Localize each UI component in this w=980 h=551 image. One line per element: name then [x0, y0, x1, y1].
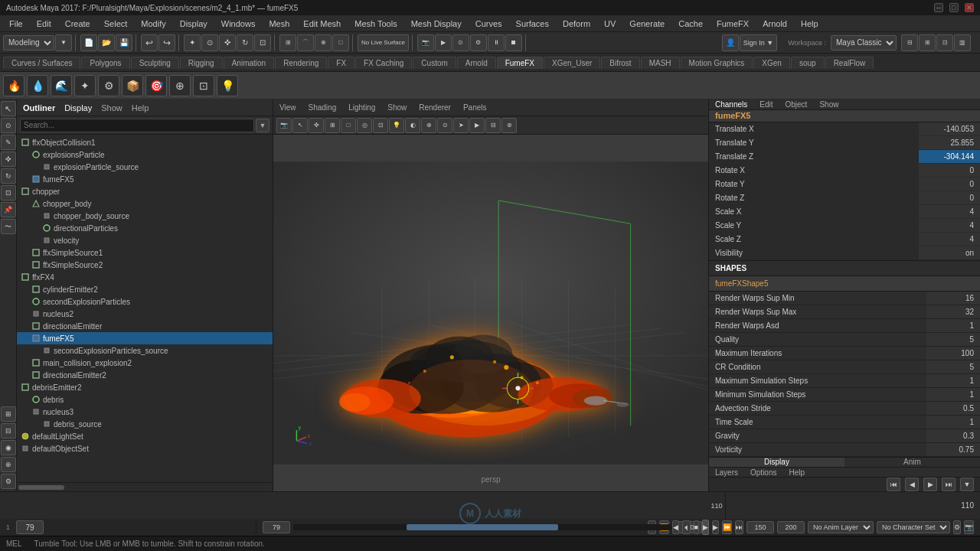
menu-cache[interactable]: Cache — [672, 18, 709, 30]
save-scene-btn[interactable]: 💾 — [116, 34, 132, 51]
viewport-canvas[interactable]: x y z persp — [273, 135, 708, 491]
move-tool-btn[interactable]: ✜ — [219, 34, 236, 51]
menu-mesh-display[interactable]: Mesh Display — [405, 18, 468, 30]
scroll-thumb[interactable] — [18, 485, 64, 490]
lasso-tool-btn[interactable]: ⊙ — [201, 34, 218, 51]
tree-item[interactable]: debris_source — [17, 418, 273, 430]
shapes-channel-value[interactable]: 1 — [926, 388, 980, 401]
outliner-tab-display[interactable]: Display — [64, 103, 92, 112]
vp-smooth-btn[interactable]: ◎ — [357, 118, 372, 133]
outliner-tab-help[interactable]: Help — [132, 103, 149, 112]
shelf-tab-curves[interactable]: Curves / Surfaces — [3, 57, 80, 69]
tree-item[interactable]: directionalEmitter2 — [17, 369, 273, 381]
vp-camera-btn[interactable]: 📷 — [276, 118, 292, 133]
channel-row[interactable]: Rotate X0 — [709, 164, 980, 178]
shapes-channel-value[interactable]: 1 — [926, 416, 980, 429]
cb-header-channels[interactable]: Channels — [715, 100, 747, 109]
vtool-lasso[interactable]: ⊙ — [1, 118, 16, 133]
shelf-icon-9[interactable]: ⊡ — [193, 75, 214, 96]
shelf-icon-7[interactable]: 🎯 — [145, 75, 167, 96]
vtool-move[interactable]: ✜ — [1, 152, 16, 167]
anim-layer-select[interactable]: No Anim Layer — [808, 521, 874, 533]
stop-btn[interactable]: ■ — [694, 520, 699, 534]
vp-menu-view[interactable]: View — [279, 103, 296, 112]
shapes-channel-row[interactable]: Vorticity0.75 — [709, 443, 980, 457]
tree-item[interactable]: directionalEmitter — [17, 320, 273, 332]
shelf-tab-realflow[interactable]: RealFlow — [825, 57, 874, 69]
tree-item[interactable]: chopper_body_source — [17, 210, 273, 222]
menu-curves[interactable]: Curves — [469, 18, 508, 30]
da-menu-help[interactable]: Help — [789, 468, 805, 477]
tree-item[interactable]: ffxFX4 — [17, 271, 273, 283]
vp-menu-show[interactable]: Show — [387, 103, 407, 112]
shapes-channel-row[interactable]: CR Condition5 — [709, 360, 980, 374]
channel-row[interactable]: Translate Y25.855 — [709, 136, 980, 150]
tree-item[interactable]: explosionsParticle — [17, 148, 273, 161]
tree-item[interactable]: secondExplosionParticles — [17, 295, 273, 308]
vp-light-btn[interactable]: 💡 — [389, 118, 404, 133]
shapes-channel-row[interactable]: Render Warps Sup Max32 — [709, 305, 980, 319]
rf-next-key-btn[interactable]: ▶ — [923, 478, 937, 491]
channel-row[interactable]: Rotate Z0 — [709, 191, 980, 205]
menu-uv[interactable]: UV — [598, 18, 622, 30]
tree-item[interactable]: fumeFX5 — [17, 332, 273, 344]
menu-select[interactable]: Select — [98, 18, 134, 30]
shapes-channel-value[interactable]: 5 — [926, 360, 980, 373]
channel-row[interactable]: Scale Z4 — [709, 233, 980, 246]
vp-menu-panels[interactable]: Panels — [463, 103, 487, 112]
shelf-icon-8[interactable]: ⊕ — [169, 75, 191, 96]
tree-item[interactable]: fumeFX5 — [17, 173, 273, 185]
close-button[interactable]: ✕ — [965, 3, 974, 12]
tree-item[interactable]: debrisEmitter2 — [17, 381, 273, 393]
shelf-tab-sculpting[interactable]: Sculpting — [131, 57, 179, 69]
cb-header-edit[interactable]: Edit — [760, 100, 773, 109]
snap-grid-btn[interactable]: ⊞ — [279, 34, 296, 51]
vtool-paint[interactable]: ✎ — [1, 135, 16, 150]
vp-dof-btn[interactable]: ⊙ — [437, 118, 452, 133]
snap-surface-btn[interactable]: □ — [332, 34, 349, 51]
shapes-channel-value[interactable]: 1 — [926, 319, 980, 332]
shapes-channel-row[interactable]: Maximum Simulation Steps1 — [709, 374, 980, 388]
open-scene-btn[interactable]: 📂 — [98, 34, 115, 51]
search-input[interactable] — [20, 119, 254, 132]
shelf-icon-6[interactable]: 📦 — [122, 75, 143, 96]
tree-item[interactable]: chopper — [17, 185, 273, 197]
menu-fumefx[interactable]: FumeFX — [710, 18, 755, 30]
shapes-channel-value[interactable]: 32 — [926, 305, 980, 318]
vp-motion-btn[interactable]: ➤ — [453, 118, 469, 133]
rf-prev-btn[interactable]: ⏮ — [887, 478, 900, 491]
shapes-channel-row[interactable]: Advection Stride0.5 — [709, 402, 980, 416]
shelf-tab-soup[interactable]: soup — [791, 57, 825, 69]
anim-end-input[interactable] — [777, 521, 805, 533]
shelf-icon-10[interactable]: 💡 — [217, 75, 238, 96]
vp-grid-btn[interactable]: ⊞ — [325, 118, 340, 133]
play-forward-btn[interactable]: ▶ — [702, 520, 709, 535]
vtool-bottom-5[interactable]: ⚙ — [1, 474, 16, 489]
vtool-bottom-2[interactable]: ⊟ — [1, 423, 16, 439]
mode-select[interactable]: Modeling — [3, 35, 54, 51]
anim-settings-btn[interactable]: ⚙ — [953, 520, 961, 534]
menu-display[interactable]: Display — [174, 18, 214, 30]
tree-item[interactable]: chopper_body — [17, 197, 273, 210]
da-menu-layers[interactable]: Layers — [715, 468, 738, 477]
layout-btn-4[interactable]: ▥ — [954, 34, 971, 51]
vp-wireframe-btn[interactable]: □ — [341, 118, 356, 133]
menu-mesh[interactable]: Mesh — [263, 18, 296, 30]
rf-filter-btn[interactable]: ▼ — [960, 478, 974, 491]
menu-mesh-tools[interactable]: Mesh Tools — [348, 18, 403, 30]
snap-curve-btn[interactable]: ⌒ — [297, 34, 314, 51]
shapes-channel-row[interactable]: Maximum Iterations100 — [709, 347, 980, 360]
pause-btn[interactable]: ⏸ — [488, 34, 505, 51]
search-btn[interactable]: ▼ — [256, 119, 270, 132]
layout-btn-1[interactable]: ⊟ — [901, 34, 918, 51]
cb-header-show[interactable]: Show — [819, 100, 838, 109]
new-scene-btn[interactable]: 📄 — [80, 34, 97, 51]
shelf-tab-fxcaching[interactable]: FX Caching — [355, 57, 412, 69]
da-menu-options[interactable]: Options — [750, 468, 776, 477]
snap-point-btn[interactable]: ⊕ — [315, 34, 332, 51]
channel-value[interactable]: 0 — [919, 178, 980, 191]
menu-edit-mesh[interactable]: Edit Mesh — [297, 18, 347, 30]
ipr-btn[interactable]: ⊙ — [452, 34, 469, 51]
tree-item[interactable]: defaultObjectSet — [17, 442, 273, 455]
render-btn[interactable]: ▶ — [435, 34, 452, 51]
